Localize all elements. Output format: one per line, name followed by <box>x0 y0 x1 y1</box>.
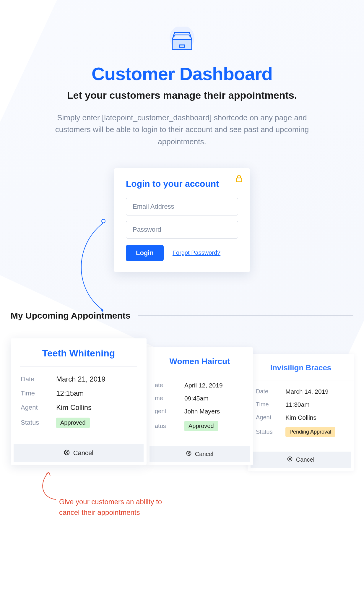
status-badge: Pending Approval <box>285 427 335 437</box>
label-time: Time <box>256 401 285 408</box>
appointment-title: Women Haircut <box>147 347 253 374</box>
label-status: Status <box>256 429 285 435</box>
cancel-icon <box>287 456 292 463</box>
value-agent: Kim Collins <box>285 414 316 421</box>
appointment-card: Teeth Whitening DateMarch 21, 2019 Time1… <box>11 338 147 465</box>
label-agent: Agent <box>256 414 285 421</box>
label-status: atus <box>155 423 184 429</box>
email-field[interactable] <box>126 198 238 215</box>
value-agent: John Mayers <box>184 408 220 415</box>
page-title: Customer Dashboard <box>0 63 364 84</box>
cancel-label: Cancel <box>296 456 314 463</box>
label-status: Status <box>21 419 56 426</box>
label-date: ate <box>155 382 184 389</box>
login-title: Login to your account <box>126 179 238 189</box>
value-date: March 14, 2019 <box>285 388 329 395</box>
lock-icon <box>236 175 242 184</box>
cancel-icon <box>64 450 70 457</box>
value-time: 09:45am <box>184 395 209 402</box>
cancel-button[interactable]: Cancel <box>150 446 250 462</box>
page-description: Simply enter [latepoint_customer_dashboa… <box>52 112 312 147</box>
flow-arrow-icon <box>77 219 130 317</box>
login-button[interactable]: Login <box>126 245 164 261</box>
label-date: Date <box>21 375 56 383</box>
cancel-button[interactable]: Cancel <box>251 452 351 468</box>
forgot-password-link[interactable]: Forgot Password? <box>173 249 220 256</box>
page-subtitle: Let your customers manage their appointm… <box>0 90 364 101</box>
divider <box>138 315 353 316</box>
status-badge: Approved <box>56 418 90 428</box>
label-time: me <box>155 395 184 402</box>
value-time: 12:15am <box>56 389 84 398</box>
label-agent: gent <box>155 408 184 415</box>
annotation-text: Give your customers an ability to cancel… <box>59 497 162 518</box>
cancel-button[interactable]: Cancel <box>14 444 144 462</box>
value-date: April 12, 2019 <box>184 382 223 389</box>
drawer-icon <box>166 27 198 54</box>
value-time: 11:30am <box>285 401 310 408</box>
appointment-title: Teeth Whitening <box>20 338 137 367</box>
appointment-card: Women Haircut ateApril 12, 2019 me09:45a… <box>147 347 253 465</box>
label-date: Date <box>256 388 285 395</box>
login-card: Login to your account Login Forgot Passw… <box>114 168 250 272</box>
cancel-icon <box>186 451 191 457</box>
cancel-label: Cancel <box>73 449 93 457</box>
svg-point-5 <box>102 219 105 223</box>
status-badge: Approved <box>184 421 218 431</box>
appointment-card: Invisilign Braces DateMarch 14, 2019 Tim… <box>248 354 354 471</box>
value-agent: Kim Collins <box>56 403 92 412</box>
cancel-label: Cancel <box>195 451 213 458</box>
svg-rect-4 <box>236 178 242 182</box>
label-time: Time <box>21 390 56 397</box>
value-date: March 21, 2019 <box>56 375 105 383</box>
password-field[interactable] <box>126 221 238 239</box>
label-agent: Agent <box>21 404 56 411</box>
appointment-title: Invisilign Braces <box>248 354 354 380</box>
